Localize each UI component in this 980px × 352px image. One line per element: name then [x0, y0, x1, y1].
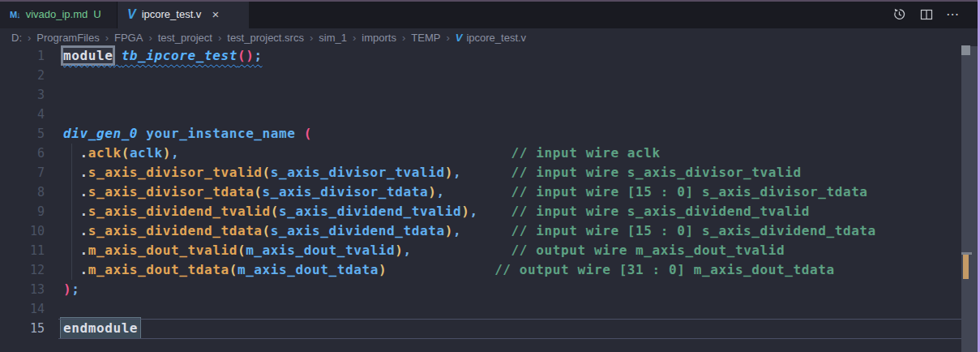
code-token: )	[461, 204, 469, 219]
code-line[interactable]: endmodule	[63, 319, 978, 338]
vivado-icon: V	[456, 32, 463, 44]
code-token: // input wire s_axis_divisor_tvalid	[511, 165, 802, 180]
code-line[interactable]	[63, 299, 978, 319]
code-token: .	[79, 204, 88, 219]
line-number[interactable]: 13	[0, 280, 58, 299]
line-number[interactable]: 2	[0, 66, 58, 85]
line-number[interactable]: 3	[0, 85, 58, 105]
code-token	[445, 184, 511, 200]
code-line[interactable]	[63, 85, 978, 105]
code-token	[63, 204, 79, 219]
line-number[interactable]: 15	[0, 319, 58, 338]
tab-bar: M↓ vivado_ip.md U V ipcore_test.v ×	[0, 0, 978, 28]
code-token: ,	[469, 204, 477, 219]
code-token: s_axis_divisor_tvalid	[88, 165, 263, 180]
code-token: )	[445, 223, 453, 238]
breadcrumb-item[interactable]: D:	[11, 32, 22, 44]
code-token: s_axis_dividend_tvalid	[88, 204, 271, 219]
code-line[interactable]: .s_axis_divisor_tvalid(s_axis_divisor_tv…	[63, 163, 978, 182]
vivado-icon: V	[127, 8, 136, 21]
code-token: aclk	[88, 145, 122, 161]
line-number[interactable]: 4	[0, 105, 58, 124]
code-token: )	[428, 184, 436, 200]
code-token: module	[63, 48, 113, 63]
code-line[interactable]: .aclk(aclk), // input wire aclk	[63, 144, 978, 163]
code-line[interactable]: .m_axis_dout_tvalid(m_axis_dout_tvalid),…	[63, 241, 978, 260]
code-token: ;	[254, 48, 262, 63]
line-number[interactable]: 14	[0, 299, 58, 319]
code-line[interactable]: .m_axis_dout_tdata(m_axis_dout_tdata) //…	[63, 260, 978, 280]
line-number[interactable]: 9	[0, 202, 58, 221]
tab-vivado-ip-md[interactable]: M↓ vivado_ip.md U	[0, 0, 118, 28]
diagnostic-squiggle: module tb_ipcore_test();	[63, 48, 263, 63]
close-icon[interactable]: ×	[212, 7, 219, 21]
code-token: (	[254, 184, 262, 200]
code-area[interactable]: module tb_ipcore_test();div_gen_0 your_i…	[58, 46, 978, 352]
split-editor-icon[interactable]	[919, 7, 933, 21]
code-token: ,	[453, 165, 461, 180]
breadcrumb-item[interactable]: test_project	[158, 32, 212, 44]
code-token: (	[271, 204, 279, 219]
code-token: )	[395, 243, 403, 258]
line-number[interactable]: 5	[0, 124, 58, 144]
code-token: endmodule	[63, 320, 138, 336]
code-token: )	[379, 262, 387, 277]
line-number[interactable]: 12	[0, 260, 58, 280]
code-token: .	[79, 184, 88, 200]
breadcrumb-item[interactable]: FPGA	[114, 32, 143, 44]
code-token: )	[163, 145, 171, 161]
code-token: )	[63, 281, 71, 297]
gutter: 123456789101112131415	[0, 46, 58, 352]
code-line[interactable]: module tb_ipcore_test();	[63, 46, 978, 66]
breadcrumb-item[interactable]: sim_1	[319, 32, 347, 44]
code-line[interactable]: div_gen_0 your_instance_name (	[63, 124, 978, 144]
line-number[interactable]: 11	[0, 241, 58, 260]
line-number[interactable]: 1	[0, 46, 58, 66]
code-token: (	[122, 145, 130, 161]
breadcrumb-separator: ›	[105, 32, 109, 44]
line-number[interactable]: 10	[0, 221, 58, 241]
breadcrumb-item[interactable]: TEMP	[411, 32, 440, 44]
code-line[interactable]	[63, 105, 978, 124]
scrollbar[interactable]	[961, 46, 978, 352]
code-line[interactable]: );	[63, 280, 978, 299]
vscode-window: M↓ vivado_ip.md U V ipcore_test.v ×	[0, 0, 980, 352]
breadcrumb-item[interactable]: imports	[362, 32, 396, 44]
code-token: // input wire s_axis_dividend_tvalid	[511, 204, 810, 219]
breadcrumb-label: D:	[11, 32, 22, 44]
history-icon[interactable]	[892, 7, 906, 21]
breadcrumb-label: sim_1	[319, 32, 347, 44]
code-token	[296, 126, 304, 141]
code-token: tb_ipcore_test	[122, 48, 238, 63]
code-line[interactable]: .s_axis_divisor_tdata(s_axis_divisor_tda…	[63, 182, 978, 202]
code-token: aclk	[130, 145, 163, 161]
breadcrumb-label: TEMP	[411, 32, 440, 44]
code-token: (	[304, 126, 312, 141]
code-token: // input wire aclk	[511, 145, 661, 161]
code-token: s_axis_divisor_tdata	[88, 184, 255, 200]
code-line[interactable]	[63, 66, 978, 85]
line-number[interactable]: 8	[0, 182, 58, 202]
breadcrumb-label: FPGA	[114, 32, 143, 44]
breadcrumb-item[interactable]: ProgramFiles	[36, 32, 99, 44]
more-actions-icon[interactable]: ⋯	[946, 7, 960, 21]
code-token: div_gen_0	[63, 126, 138, 141]
breadcrumb-separator: ›	[218, 32, 221, 44]
tab-label: ipcore_test.v	[142, 8, 202, 20]
breadcrumb-separator: ›	[402, 32, 405, 44]
code-line[interactable]: .s_axis_dividend_tvalid(s_axis_dividend_…	[63, 202, 978, 221]
code-token: // output wire [31 : 0] m_axis_dout_tdat…	[494, 262, 835, 277]
code-token	[63, 223, 79, 238]
code-token: s_axis_dividend_tdata	[271, 223, 445, 238]
code-token	[461, 223, 511, 238]
line-number[interactable]: 7	[0, 163, 58, 182]
breadcrumb-separator: ›	[353, 32, 356, 44]
breadcrumb-separator: ›	[310, 32, 313, 44]
breadcrumb-item[interactable]: Vipcore_test.v	[456, 32, 526, 44]
breadcrumb-item[interactable]: test_project.srcs	[227, 32, 304, 44]
code-line[interactable]: .s_axis_dividend_tdata(s_axis_dividend_t…	[63, 221, 978, 241]
code-token	[63, 243, 79, 258]
tab-ipcore-test-v[interactable]: V ipcore_test.v ×	[118, 0, 249, 28]
breadcrumb-label: ProgramFiles	[36, 32, 99, 44]
line-number[interactable]: 6	[0, 144, 58, 163]
